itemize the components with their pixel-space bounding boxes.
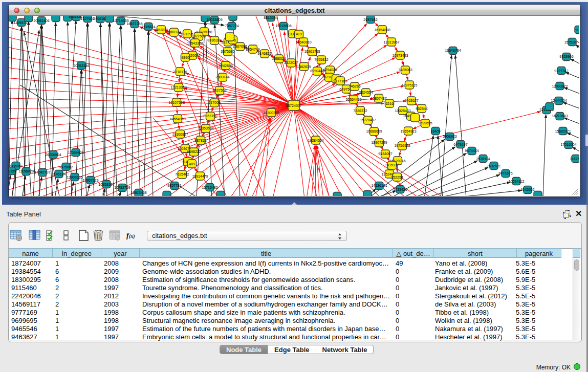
svg-text:3824554: 3824554 xyxy=(359,91,373,94)
svg-text:13640910: 13640910 xyxy=(295,40,311,44)
svg-text:9329966: 9329966 xyxy=(559,55,573,58)
svg-text:12975115: 12975115 xyxy=(402,83,418,87)
svg-text:7515524: 7515524 xyxy=(141,25,155,29)
svg-text:8813054: 8813054 xyxy=(264,16,277,19)
svg-text:19166827: 19166827 xyxy=(172,133,188,136)
svg-text:8186328: 8186328 xyxy=(207,38,221,42)
svg-text:887833: 887833 xyxy=(194,139,206,142)
svg-text:2367608: 2367608 xyxy=(233,45,247,48)
svg-text:16409: 16409 xyxy=(430,129,441,133)
svg-text:9245652: 9245652 xyxy=(520,188,534,191)
svg-text:7625402: 7625402 xyxy=(175,172,189,176)
svg-text:14136141: 14136141 xyxy=(371,184,387,187)
svg-text:9699695: 9699695 xyxy=(418,121,432,125)
svg-text:5958923: 5958923 xyxy=(443,135,456,138)
svg-text:15751074: 15751074 xyxy=(564,40,579,44)
svg-text:7632621: 7632621 xyxy=(487,164,500,168)
svg-text:10688609: 10688609 xyxy=(366,129,382,133)
svg-text:7485063: 7485063 xyxy=(398,68,412,72)
svg-text:19218506: 19218506 xyxy=(275,24,291,28)
svg-text:16914479: 16914479 xyxy=(192,174,208,178)
svg-text:9463627: 9463627 xyxy=(404,99,418,102)
svg-text:8454749: 8454749 xyxy=(246,48,259,51)
svg-text:9327503: 9327503 xyxy=(191,34,205,38)
svg-text:19654923: 19654923 xyxy=(400,129,416,133)
svg-text:489: 489 xyxy=(189,162,195,166)
svg-text:(x): (x) xyxy=(129,233,135,239)
svg-text:10958107: 10958107 xyxy=(98,183,114,186)
svg-text:15720407: 15720407 xyxy=(360,118,376,122)
svg-text:9890: 9890 xyxy=(181,56,189,59)
svg-text:1733426: 1733426 xyxy=(393,188,407,191)
svg-text:6498222: 6498222 xyxy=(187,150,201,154)
svg-text:746266: 746266 xyxy=(349,84,360,88)
svg-text:12213967: 12213967 xyxy=(383,40,399,44)
svg-text:20364436: 20364436 xyxy=(345,98,361,101)
svg-text:26206504: 26206504 xyxy=(45,153,61,157)
svg-text:9474444: 9474444 xyxy=(465,149,478,152)
svg-text:2803144: 2803144 xyxy=(215,75,229,79)
svg-text:12213363: 12213363 xyxy=(170,85,186,89)
svg-text:15692071: 15692071 xyxy=(555,129,571,133)
svg-text:717006: 717006 xyxy=(208,101,220,104)
svg-text:16648784: 16648784 xyxy=(445,49,461,52)
svg-text:16033809: 16033809 xyxy=(206,18,222,21)
svg-text:18300295: 18300295 xyxy=(263,111,279,115)
svg-text:12923468: 12923468 xyxy=(130,191,146,194)
svg-text:18724007: 18724007 xyxy=(286,104,301,107)
svg-text:7463822: 7463822 xyxy=(154,28,168,32)
svg-text:12444154: 12444154 xyxy=(551,99,567,102)
svg-text:6479197: 6479197 xyxy=(453,143,467,146)
svg-text:952544: 952544 xyxy=(416,107,427,111)
svg-text:20053346: 20053346 xyxy=(73,64,89,68)
svg-text:16782759: 16782759 xyxy=(114,186,130,189)
svg-text:10973493: 10973493 xyxy=(392,54,408,57)
svg-text:17016504: 17016504 xyxy=(560,143,576,146)
svg-text:8471676: 8471676 xyxy=(498,171,512,175)
svg-text:9184067: 9184067 xyxy=(378,152,392,156)
svg-text:6216: 6216 xyxy=(385,102,394,105)
svg-text:16107553: 16107553 xyxy=(168,101,184,104)
svg-text:7955812: 7955812 xyxy=(314,58,328,61)
svg-text:1145194: 1145194 xyxy=(52,172,66,176)
svg-text:9242843: 9242843 xyxy=(219,64,232,68)
svg-text:1362615: 1362615 xyxy=(297,65,311,69)
svg-text:252254: 252254 xyxy=(391,176,403,179)
svg-text:16671355: 16671355 xyxy=(126,22,142,26)
svg-text:419: 419 xyxy=(296,32,302,36)
svg-text:3675685: 3675685 xyxy=(221,50,234,53)
svg-text:8660124: 8660124 xyxy=(167,30,181,34)
svg-text:17359928: 17359928 xyxy=(68,151,83,155)
svg-text:17342737: 17342737 xyxy=(34,170,50,174)
svg-text:2087682: 2087682 xyxy=(363,18,377,21)
svg-text:12093872: 12093872 xyxy=(552,84,568,88)
svg-text:16154808: 16154808 xyxy=(374,28,390,32)
svg-text:18907249: 18907249 xyxy=(371,141,387,144)
svg-text:17957223: 17957223 xyxy=(82,179,98,182)
svg-text:8267190: 8267190 xyxy=(203,114,217,118)
svg-text:9975887: 9975887 xyxy=(59,165,73,169)
svg-text:16210643: 16210643 xyxy=(552,114,568,118)
svg-text:2935114: 2935114 xyxy=(476,157,490,161)
svg-text:19384554: 19384554 xyxy=(308,139,323,142)
svg-text:6794028: 6794028 xyxy=(323,68,337,72)
svg-text:7386372: 7386372 xyxy=(353,109,367,113)
svg-text:8990448: 8990448 xyxy=(310,69,324,73)
svg-text:39159: 39159 xyxy=(9,169,16,173)
svg-text:16961758: 16961758 xyxy=(304,50,320,53)
svg-text:9857791: 9857791 xyxy=(167,184,181,187)
svg-text:15716485: 15716485 xyxy=(202,186,217,189)
svg-text:2718176: 2718176 xyxy=(173,70,187,74)
svg-text:19654963: 19654963 xyxy=(169,117,185,121)
svg-text:19756928: 19756928 xyxy=(394,144,410,147)
svg-text:1588520: 1588520 xyxy=(272,57,286,60)
svg-text:20091406: 20091406 xyxy=(33,19,49,23)
svg-text:12905135: 12905135 xyxy=(67,176,82,179)
svg-text:1615132: 1615132 xyxy=(385,163,399,167)
svg-text:7357224: 7357224 xyxy=(225,24,238,28)
svg-text:11156829: 11156829 xyxy=(18,169,34,173)
svg-text:8427552: 8427552 xyxy=(212,89,226,92)
svg-text:1112: 1112 xyxy=(575,28,579,32)
svg-text:116753: 116753 xyxy=(570,157,579,161)
svg-text:3822037: 3822037 xyxy=(284,61,298,64)
